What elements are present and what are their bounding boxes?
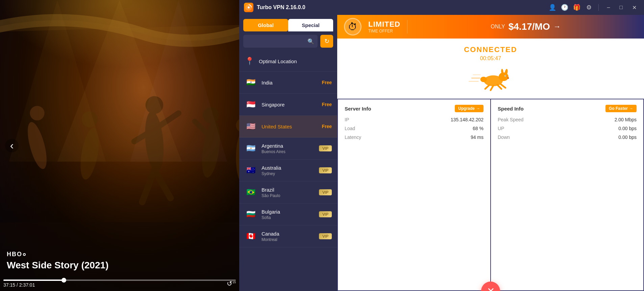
peak-speed-row: Peak Speed 2.00 Mbps: [498, 117, 637, 122]
svg-point-32: [507, 77, 509, 79]
settings-icon[interactable]: ⚙: [585, 3, 593, 11]
search-bar: 🔍 ↻: [243, 35, 333, 48]
server-item-argentina[interactable]: 🇦🇷 Argentina Buenos Aires VIP: [239, 138, 337, 160]
svg-line-29: [501, 84, 505, 88]
user-icon[interactable]: 👤: [548, 3, 556, 11]
promo-arrow-icon: →: [553, 22, 561, 31]
server-item-us[interactable]: 🇺🇸 United States Free: [239, 116, 337, 138]
svg-line-9: [142, 170, 154, 202]
main-content: Global Special 🔍 ↻ 📍 Optimal Location: [239, 15, 644, 291]
server-list-panel: Global Special 🔍 ↻ 📍 Optimal Location: [239, 15, 337, 291]
optimal-location-label: Optimal Location: [259, 58, 332, 64]
down-label: Down: [498, 135, 510, 140]
up-row: UP 0.00 bps: [498, 126, 637, 131]
latency-label: Latency: [345, 135, 361, 140]
server-item-india[interactable]: 🇮🇳 India Free: [239, 72, 337, 94]
speed-info-title: Speed Info: [498, 106, 524, 112]
maximize-button[interactable]: □: [617, 4, 625, 10]
india-free-badge: Free: [322, 80, 332, 85]
india-name-wrap: India: [262, 80, 317, 86]
tab-global[interactable]: Global: [243, 19, 288, 31]
argentina-flag: 🇦🇷: [245, 142, 257, 154]
up-label: UP: [498, 126, 504, 131]
promo-limited-label: LIMITED: [368, 20, 400, 29]
server-info-card: Server Info Upgrade → IP 135.148.42.202 …: [338, 99, 490, 290]
close-button[interactable]: ✕: [629, 4, 639, 11]
canada-name-wrap: Canada Montreal: [262, 231, 314, 242]
latency-row: Latency 94 ms: [345, 135, 484, 140]
down-value: 0.00 bps: [618, 135, 637, 140]
clock-icon[interactable]: 🕐: [561, 3, 569, 11]
server-item-optimal[interactable]: 📍 Optimal Location: [239, 51, 337, 72]
go-faster-button[interactable]: Go Faster →: [605, 105, 637, 112]
brazil-name-wrap: Brazil São Paulo: [262, 187, 314, 198]
server-item-australia[interactable]: 🇦🇺 Australia Sydney VIP: [239, 160, 337, 181]
app-logo: [244, 3, 253, 12]
server-item-canada[interactable]: 🇨🇦 Canada Montreal VIP: [239, 225, 337, 247]
singapore-flag: 🇸🇬: [245, 98, 257, 111]
argentina-sub: Buenos Aires: [262, 149, 314, 154]
bulgaria-flag: 🇧🇬: [245, 208, 257, 220]
promo-text: LIMITED TIME OFFER: [368, 20, 400, 33]
singapore-server-name: Singapore: [262, 102, 317, 107]
canada-server-name: Canada: [262, 231, 314, 237]
server-item-brazil[interactable]: 🇧🇷 Brazil São Paulo VIP: [239, 181, 337, 203]
video-progress[interactable]: [3, 280, 236, 281]
brazil-vip-badge: VIP: [319, 189, 332, 195]
australia-vip-badge: VIP: [319, 167, 332, 173]
vpn-mascot: [464, 62, 518, 92]
us-free-badge: Free: [322, 124, 332, 129]
svg-line-26: [485, 85, 489, 89]
promo-banner[interactable]: ⏱ LIMITED TIME OFFER ONLY $4.17/MO →: [337, 15, 644, 39]
brazil-sub: São Paulo: [262, 193, 314, 198]
argentina-name-wrap: Argentina Buenos Aires: [262, 143, 314, 154]
server-item-bulgaria[interactable]: 🇧🇬 Bulgaria Sofia VIP: [239, 203, 337, 225]
peak-speed-value: 2.00 Mbps: [615, 117, 637, 122]
singapore-name-wrap: Singapore: [262, 102, 317, 107]
svg-line-28: [497, 85, 501, 89]
us-server-name: United States: [262, 124, 317, 129]
india-flag: 🇮🇳: [245, 76, 257, 89]
location-pin-icon: 📍: [245, 56, 254, 66]
tab-special[interactable]: Special: [288, 19, 333, 31]
video-title: West Side Story (2021): [7, 260, 108, 271]
svg-line-8: [154, 170, 171, 198]
app-title: Turbo VPN 2.16.0.0: [257, 4, 545, 10]
server-info-title: Server Info: [345, 106, 371, 112]
video-panel: ‹ HBO West Side Story (2021) 37:15 / 2:3…: [0, 0, 239, 291]
us-name-wrap: United States: [262, 124, 317, 129]
gift-icon[interactable]: 🎁: [573, 3, 581, 11]
australia-sub: Sydney: [262, 171, 314, 176]
minimize-button[interactable]: –: [604, 4, 613, 10]
svg-point-25: [480, 77, 487, 82]
promo-only-label: ONLY: [491, 24, 505, 30]
promo-timer-icon: ⏱: [344, 18, 362, 35]
replay-button[interactable]: ↺15: [227, 280, 236, 288]
australia-name-wrap: Australia Sydney: [262, 165, 314, 176]
server-item-singapore[interactable]: 🇸🇬 Singapore Free: [239, 94, 337, 116]
brazil-server-name: Brazil: [262, 187, 314, 193]
brazil-flag: 🇧🇷: [245, 186, 257, 198]
australia-flag: 🇦🇺: [245, 164, 257, 176]
load-label: Load: [345, 126, 355, 131]
video-time: 37:15 / 2:37:01: [3, 282, 35, 288]
svg-point-13: [236, 131, 239, 184]
up-value: 0.00 bps: [618, 126, 637, 131]
server-list: 📍 Optimal Location 🇮🇳 India Free 🇸🇬 Sing…: [239, 51, 337, 291]
title-bar: Turbo VPN 2.16.0.0 👤 🕐 🎁 ⚙ – □ ✕: [239, 0, 644, 15]
search-input[interactable]: [247, 39, 307, 44]
search-input-wrap: 🔍: [243, 35, 318, 48]
upgrade-button[interactable]: Upgrade →: [455, 105, 484, 112]
video-back-button[interactable]: ‹: [5, 139, 19, 152]
vpn-panel: Turbo VPN 2.16.0.0 👤 🕐 🎁 ⚙ – □ ✕ Global …: [239, 0, 644, 291]
speed-info-header: Speed Info Go Faster →: [498, 105, 637, 112]
right-panel: ⏱ LIMITED TIME OFFER ONLY $4.17/MO → CON…: [337, 15, 644, 291]
australia-server-name: Australia: [262, 165, 314, 171]
promo-time-offer-label: TIME OFFER: [368, 29, 400, 33]
refresh-button[interactable]: ↻: [320, 35, 333, 48]
load-value: 68 %: [473, 126, 484, 131]
ip-value: 135.148.42.202: [451, 117, 484, 122]
ip-label: IP: [345, 117, 349, 122]
bulgaria-name-wrap: Bulgaria Sofia: [262, 209, 314, 220]
peak-speed-label: Peak Speed: [498, 117, 523, 122]
